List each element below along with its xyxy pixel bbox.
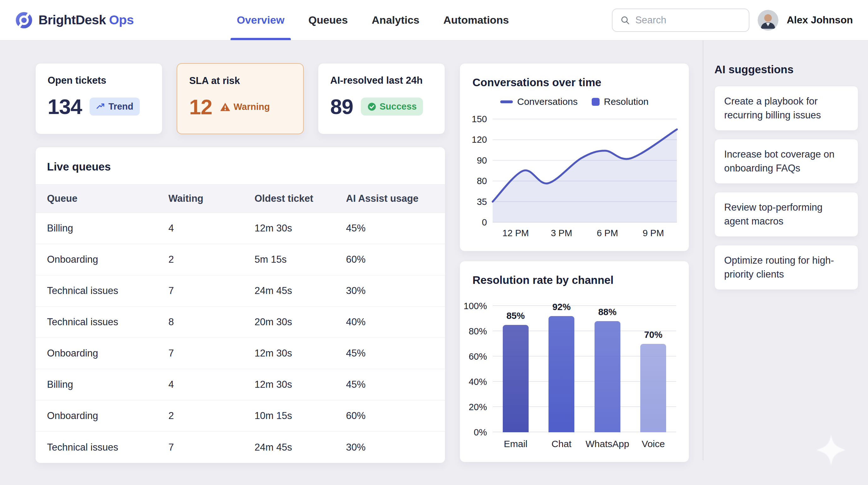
middle-column: Conversations over time Conversations Re…: [460, 63, 689, 462]
table-cell: 30%: [346, 285, 434, 296]
table-row[interactable]: Billing412m 30s45%: [36, 213, 445, 244]
table-cell: 12m 30s: [254, 348, 346, 359]
table-cell: 60%: [346, 254, 434, 265]
table-cell: 45%: [346, 223, 434, 234]
table-cell: 4: [168, 379, 254, 390]
table-cell: Technical issues: [47, 285, 168, 296]
tab-automations[interactable]: Automations: [443, 0, 509, 40]
trend-up-icon: [96, 102, 105, 111]
table-cell: 24m 45s: [254, 442, 346, 453]
table-cell: 7: [168, 285, 254, 296]
search-icon: [620, 15, 630, 25]
ai-suggestions-panel: AI suggestions Create a playbook for rec…: [714, 63, 858, 290]
stat-card-ai-resolved-last-24h: AI-resolved last 24h89Success: [318, 63, 445, 134]
x-axis-tick: Voice: [630, 438, 677, 449]
user-name[interactable]: Alex Johnson: [786, 14, 853, 26]
tab-queues[interactable]: Queues: [308, 0, 348, 40]
main-nav: Overview Queues Analytics Automations: [134, 0, 612, 40]
brand-logo-group[interactable]: BrightDeskOps: [15, 11, 134, 29]
ai-suggestion-review-top-performing[interactable]: Review top-performing agent macros: [714, 192, 858, 237]
resolution-chart-card: Resolution rate by channel 0%20%40%60%80…: [460, 261, 689, 462]
x-axis-tick: Chat: [539, 438, 585, 449]
ai-suggestions-title: AI suggestions: [714, 63, 858, 76]
y-axis-tick: 0%: [474, 427, 493, 438]
stat-value: 134: [48, 94, 82, 119]
ai-suggestion-increase-bot-coverage[interactable]: Increase bot coverage on onboarding FAQs: [714, 139, 858, 184]
table-cell: 2: [168, 254, 254, 265]
status-badge: Success: [361, 97, 423, 116]
badge-label: Warning: [234, 102, 270, 112]
search-input[interactable]: [635, 15, 741, 26]
legend-label: Conversations: [517, 96, 578, 107]
x-axis-tick: 3 PM: [539, 228, 585, 238]
y-axis-tick: 80: [477, 176, 493, 186]
live-queues-title: Live queues: [36, 147, 445, 184]
table-body: Billing412m 30s45%Onboarding25m 15s60%Te…: [36, 213, 445, 463]
bar-chart-title: Resolution rate by channel: [472, 274, 676, 286]
stat-value: 89: [330, 94, 353, 119]
table-cell: 45%: [346, 379, 434, 390]
bar-chart: 0%20%40%60%80%100%85%92%88%70% EmailChat…: [472, 306, 676, 449]
bar-rect: [549, 316, 575, 432]
table-row[interactable]: Onboarding712m 30s45%: [36, 338, 445, 369]
table-row[interactable]: Technical issues724m 45s30%: [36, 275, 445, 307]
top-nav: BrightDeskOps Overview Queues Analytics …: [0, 0, 868, 40]
bar-rect: [503, 325, 529, 432]
table-cell: 60%: [346, 410, 434, 422]
y-axis-tick: 20%: [469, 402, 493, 412]
bar-value-label: 70%: [644, 330, 662, 340]
table-cell: 12m 30s: [254, 223, 346, 234]
table-row[interactable]: Onboarding210m 15s60%: [36, 400, 445, 432]
app-title: BrightDeskOps: [38, 12, 134, 27]
table-cell: 24m 45s: [254, 285, 346, 296]
y-axis-tick: 80%: [469, 326, 493, 337]
table-cell: 4: [168, 223, 254, 234]
status-badge: Warning: [220, 102, 270, 112]
ai-suggestion-create-a-playbook[interactable]: Create a playbook for recurring billing …: [714, 86, 858, 131]
legend-item-conversations: Conversations: [500, 96, 578, 107]
line-chart: 1501209080350 12 PM3 PM6 PM9 PM: [472, 119, 676, 238]
line-swatch-icon: [500, 101, 513, 103]
stat-cards: Open tickets134TrendSLA at risk12Warning…: [35, 63, 445, 134]
conversations-chart-card: Conversations over time Conversations Re…: [460, 63, 689, 251]
bar-value-label: 88%: [598, 307, 617, 317]
bar-voice: 70%: [630, 306, 677, 432]
stat-label: AI-resolved last 24h: [330, 75, 433, 86]
badge-label: Success: [380, 102, 417, 112]
table-cell: Onboarding: [47, 410, 168, 422]
y-axis-tick: 0: [482, 217, 493, 228]
x-axis-tick: WhatsApp: [584, 438, 630, 449]
table-row[interactable]: Technical issues724m 45s30%: [36, 432, 445, 463]
table-cell: 8: [168, 316, 254, 328]
ai-suggestions-list: Create a playbook for recurring billing …: [714, 86, 858, 290]
vertical-divider: [703, 35, 703, 460]
bar-email: 85%: [493, 306, 539, 432]
x-axis-tick: 12 PM: [493, 228, 539, 238]
column-header-waiting: Waiting: [168, 193, 254, 204]
table-row[interactable]: Onboarding25m 15s60%: [36, 244, 445, 275]
line-chart-title: Conversations over time: [472, 76, 676, 89]
table-cell: 7: [168, 442, 254, 453]
search-box[interactable]: [612, 8, 749, 32]
stat-card-sla-at-risk: SLA at risk12Warning: [177, 63, 304, 134]
table-cell: Technical issues: [47, 316, 168, 328]
warning-icon: [220, 102, 230, 112]
bar-chart-x-axis: EmailChatWhatsAppVoice: [493, 438, 676, 449]
avatar-image: [757, 10, 778, 31]
y-axis-tick: 90: [477, 155, 493, 166]
bar-whatsapp: 88%: [584, 306, 630, 432]
avatar[interactable]: [757, 10, 778, 31]
table-row[interactable]: Technical issues820m 30s40%: [36, 307, 445, 338]
table-row[interactable]: Billing412m 30s45%: [36, 369, 445, 400]
tab-overview[interactable]: Overview: [237, 0, 284, 40]
line-chart-plot: 1501209080350: [493, 119, 676, 222]
ai-suggestion-optimize-routing-for[interactable]: Optimize routing for high-priority clien…: [714, 245, 858, 290]
table-cell: Onboarding: [47, 348, 168, 359]
tab-analytics[interactable]: Analytics: [372, 0, 420, 40]
table-cell: 30%: [346, 442, 434, 453]
column-header-queue: Queue: [47, 193, 168, 204]
legend-item-resolution: Resolution: [592, 96, 649, 107]
table-header: Queue Waiting Oldest ticket AI Assist us…: [36, 184, 445, 213]
y-axis-tick: 100%: [464, 301, 493, 311]
main-content: Open tickets134TrendSLA at risk12Warning…: [0, 40, 868, 463]
